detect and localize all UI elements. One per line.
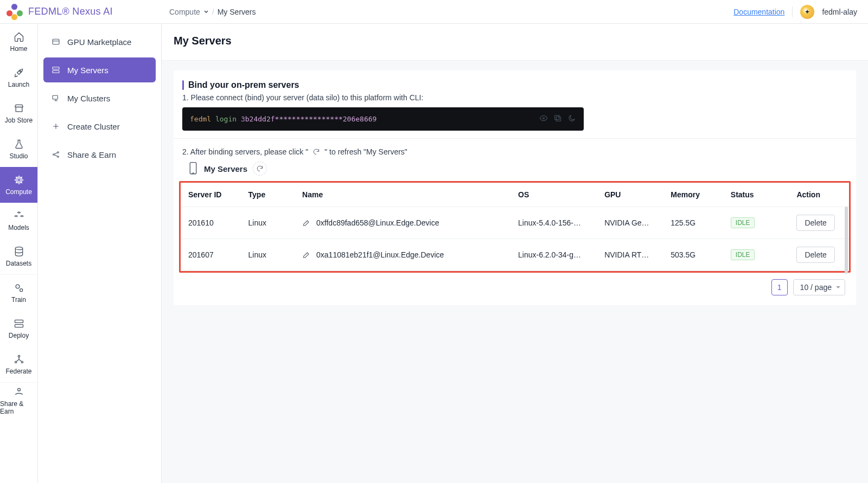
cluster-icon (51, 93, 61, 103)
logo-icon (7, 4, 23, 20)
hand-coin-icon (13, 386, 25, 398)
servers-icon (51, 65, 61, 75)
svg-point-16 (53, 154, 55, 156)
rail-label: Compute (5, 188, 32, 196)
rail-item-compute[interactable]: Compute (0, 167, 37, 203)
brand-area[interactable]: FEDML® Nexus AI (7, 4, 158, 20)
rail-item-models[interactable]: Models (0, 203, 37, 239)
cell-id: 201607 (181, 239, 241, 271)
rail-item-jobstore[interactable]: Job Store (0, 95, 37, 131)
rail-item-deploy[interactable]: Deploy (0, 311, 37, 346)
svg-rect-21 (555, 115, 559, 120)
breadcrumb-root[interactable]: Compute (169, 8, 200, 16)
svg-rect-22 (190, 163, 196, 174)
rail-label: Studio (9, 152, 28, 160)
delete-button[interactable]: Delete (796, 215, 834, 231)
network-icon (13, 353, 25, 365)
subnav-gpu-marketplace[interactable]: GPU Marketplace (43, 29, 156, 54)
svg-rect-14 (53, 70, 59, 73)
documentation-link[interactable]: Documentation (733, 8, 784, 16)
copy-icon[interactable] (553, 114, 562, 124)
breadcrumb-current: My Servers (218, 8, 256, 16)
home-icon (13, 31, 25, 43)
phone-icon (188, 162, 199, 176)
rail-label: Models (8, 224, 29, 231)
cli-sub: login (215, 115, 237, 123)
servers-table-highlight: Server ID Type Name OS GPU Memory Status… (179, 181, 851, 273)
col-type: Type (241, 183, 295, 207)
svg-rect-20 (556, 117, 560, 121)
rail-item-federate[interactable]: Federate (0, 346, 37, 382)
pagination: 1 10 / page (177, 279, 853, 295)
cell-type: Linux (241, 239, 295, 271)
svg-rect-7 (15, 325, 23, 327)
svg-point-17 (58, 152, 59, 153)
rail-item-studio[interactable]: Studio (0, 131, 37, 167)
bind-section-title: Bind your on-prem servers (182, 80, 847, 90)
subnav-label: My Servers (67, 66, 108, 75)
col-os: OS (510, 183, 597, 207)
step-2-text: 2. After binding servers, please click "… (182, 147, 847, 156)
page-number-1[interactable]: 1 (771, 279, 788, 295)
status-badge: IDLE (731, 249, 755, 260)
cell-gpu: NVIDIA RT… (597, 239, 663, 271)
moon-icon[interactable] (567, 114, 576, 124)
cell-memory: 125.5G (663, 207, 723, 239)
rail-item-home[interactable]: Home (0, 24, 37, 60)
svg-rect-15 (53, 95, 58, 99)
rail-item-train[interactable]: Train (0, 275, 37, 311)
col-name: Name (295, 183, 510, 207)
svg-rect-2 (17, 179, 20, 182)
table-row: 201610 Linux 0xffdc89fad658@Linux.Edge.D… (181, 207, 849, 239)
svg-point-3 (15, 247, 22, 250)
rail-label: Train (11, 296, 26, 304)
header-divider (792, 7, 793, 17)
subnav-my-servers[interactable]: My Servers (43, 57, 156, 82)
chip-icon (13, 174, 25, 186)
subnav-label: Create Cluster (67, 122, 120, 131)
rail-item-datasets[interactable]: Datasets (0, 239, 37, 274)
page-size-select[interactable]: 10 / page (793, 279, 845, 295)
cli-cmd: fedml (190, 115, 211, 123)
eye-icon[interactable] (539, 114, 548, 124)
rail-label: Home (10, 45, 27, 53)
subnav-label: My Clusters (67, 94, 110, 103)
cell-memory: 503.5G (663, 239, 723, 271)
table-row: 201607 Linux 0xa11081eb21f1@Linux.Edge.D… (181, 239, 849, 271)
main-content: My Servers Bind your on-prem servers 1. … (162, 0, 868, 483)
svg-point-19 (543, 118, 545, 119)
delete-button[interactable]: Delete (796, 247, 834, 263)
cell-name: 0xffdc89fad658@Linux.Edge.Device (316, 218, 439, 227)
subnav-share-earn[interactable]: Share & Earn (43, 142, 156, 167)
subnav-label: GPU Marketplace (67, 37, 131, 47)
sub-sidebar: GPU Marketplace My Servers My Clusters C… (38, 0, 162, 483)
svg-point-9 (15, 361, 16, 363)
cell-gpu: NVIDIA Ge… (597, 207, 663, 239)
cubes-icon (13, 210, 25, 222)
subnav-my-clusters[interactable]: My Clusters (43, 86, 156, 111)
subnav-create-cluster[interactable]: Create Cluster (43, 114, 156, 139)
breadcrumb: Compute / My Servers (158, 8, 256, 16)
rail-item-share-earn[interactable]: Share & Earn (0, 383, 37, 418)
breadcrumb-separator: / (212, 8, 214, 16)
avatar[interactable]: ✦ (800, 5, 814, 19)
refresh-button[interactable] (253, 162, 267, 176)
rail-item-launch[interactable]: Launch (0, 60, 37, 95)
cell-os: Linux-6.2.0-34-g… (510, 239, 597, 271)
page-title: My Servers (162, 24, 868, 61)
share-icon (51, 150, 61, 159)
header: FEDML® Nexus AI Compute / My Servers Doc… (0, 0, 868, 24)
cli-arg-a: 3 (241, 115, 245, 123)
step-1-text: 1. Please connect (bind) your server (da… (182, 93, 847, 102)
col-action: Action (789, 183, 849, 207)
svg-rect-13 (53, 67, 59, 69)
scrollbar-handle[interactable] (845, 207, 848, 274)
cell-name: 0xa11081eb21f1@Linux.Edge.Device (316, 250, 444, 259)
rail-label: Launch (8, 81, 29, 88)
status-badge: IDLE (731, 217, 755, 228)
username[interactable]: fedml-alay (822, 8, 857, 16)
svg-point-10 (21, 361, 23, 363)
edit-icon[interactable] (302, 250, 311, 259)
edit-icon[interactable] (302, 218, 311, 227)
rail-label: Job Store (5, 117, 33, 124)
